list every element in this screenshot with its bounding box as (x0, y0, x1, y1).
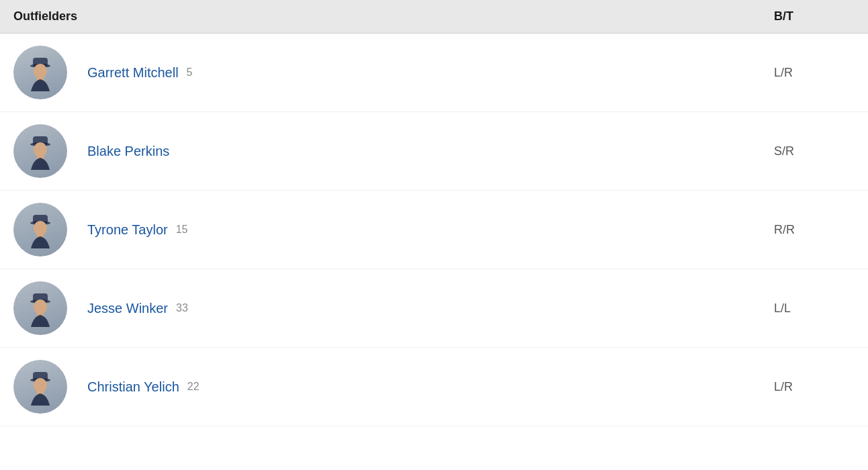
avatar (13, 203, 67, 256)
avatar (13, 281, 67, 335)
svg-point-18 (34, 378, 47, 393)
player-info: Christian Yelich22 (87, 379, 774, 395)
player-number: 15 (176, 224, 188, 236)
table-row: Christian Yelich22L/R (0, 348, 868, 426)
player-name[interactable]: Garrett Mitchell (87, 65, 179, 81)
player-bt: L/R (774, 380, 855, 394)
player-bt: R/R (774, 223, 855, 237)
svg-point-2 (34, 64, 47, 79)
svg-point-6 (34, 142, 47, 157)
avatar (13, 46, 67, 99)
player-number: 33 (176, 302, 188, 314)
table-row: Jesse Winker33L/L (0, 269, 868, 348)
player-name[interactable]: Tyrone Taylor (87, 222, 168, 238)
svg-point-10 (34, 221, 47, 236)
player-info: Tyrone Taylor15 (87, 222, 774, 238)
player-bt: L/R (774, 66, 855, 80)
table-row: Tyrone Taylor15R/R (0, 191, 868, 269)
player-info: Jesse Winker33 (87, 301, 774, 316)
player-name[interactable]: Blake Perkins (87, 144, 169, 159)
player-name[interactable]: Christian Yelich (87, 379, 179, 395)
player-info: Blake Perkins (87, 144, 774, 159)
svg-point-14 (34, 299, 47, 314)
bt-heading: B/T (774, 9, 855, 23)
table-row: Garrett Mitchell5L/R (0, 34, 868, 112)
table-row: Blake PerkinsS/R (0, 112, 868, 191)
outfielders-section: Outfielders B/T Garrett Mitchell5L/R (0, 0, 868, 426)
position-heading: Outfielders (13, 9, 774, 23)
table-header: Outfielders B/T (0, 0, 868, 34)
player-bt: S/R (774, 144, 855, 158)
avatar (13, 124, 67, 178)
avatar (13, 360, 67, 414)
player-info: Garrett Mitchell5 (87, 65, 774, 81)
player-number: 5 (187, 66, 193, 79)
player-number: 22 (187, 381, 200, 393)
player-name[interactable]: Jesse Winker (87, 301, 168, 316)
players-list: Garrett Mitchell5L/R Blake PerkinsS/R (0, 34, 868, 426)
player-bt: L/L (774, 301, 855, 316)
